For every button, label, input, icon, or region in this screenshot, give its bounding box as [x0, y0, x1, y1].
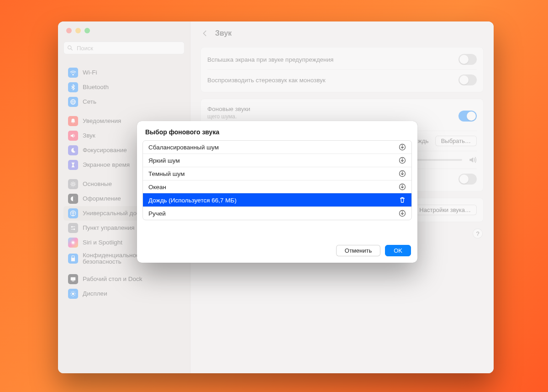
download-icon[interactable] [399, 170, 406, 177]
modal-footer: Отменить OK [137, 240, 417, 263]
trash-icon[interactable] [399, 196, 406, 204]
sound-option-label: Океан [148, 184, 166, 191]
sound-option[interactable]: Ручей [143, 207, 411, 220]
modal-title: Выбор фонового звука [137, 121, 417, 140]
sound-option[interactable]: Дождь (Используется 66,7 МБ) [143, 193, 411, 207]
sound-option[interactable]: Океан [143, 180, 411, 193]
sound-option-label: Темный шум [148, 170, 184, 177]
background-sound-picker-modal: Выбор фонового звука Сбалансированный шу… [137, 121, 417, 263]
sound-option[interactable]: Темный шум [143, 167, 411, 180]
sound-option[interactable]: Яркий шум [143, 154, 411, 167]
modal-list: Сбалансированный шумЯркий шумТемный шумО… [142, 140, 412, 220]
sound-option[interactable]: Сбалансированный шум [143, 141, 411, 154]
download-icon[interactable] [399, 183, 406, 191]
download-icon[interactable] [399, 143, 406, 151]
cancel-button[interactable]: Отменить [336, 245, 380, 256]
sound-option-label: Ручей [148, 210, 166, 217]
ok-button[interactable]: OK [385, 245, 411, 256]
sound-option-label: Яркий шум [148, 157, 180, 164]
sound-option-label: Дождь (Используется 66,7 МБ) [148, 197, 237, 204]
modal-spacer [137, 220, 417, 240]
download-icon[interactable] [399, 210, 406, 217]
sound-option-label: Сбалансированный шум [148, 144, 219, 151]
download-icon[interactable] [399, 157, 406, 164]
